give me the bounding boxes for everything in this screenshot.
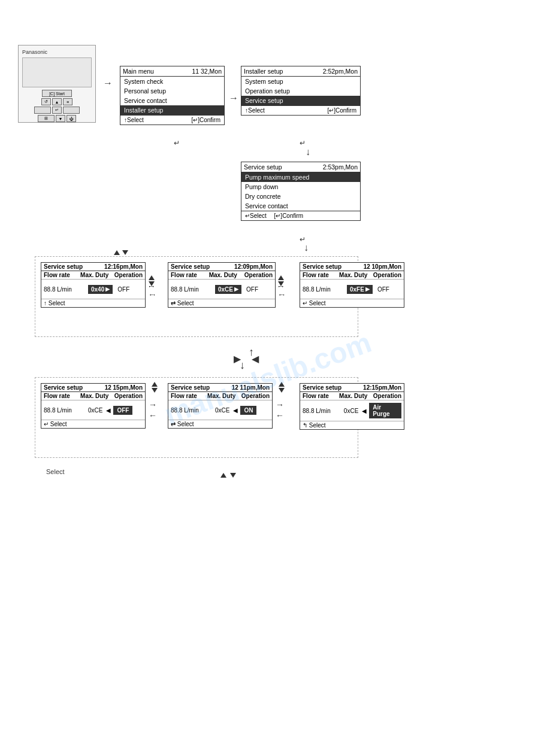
installer-menu-item-2[interactable]: Operation setup xyxy=(241,86,360,96)
tri-up-bm xyxy=(279,382,285,387)
select-label-bottom: Select xyxy=(46,468,65,475)
device-panel: Panasonic [C] Start ↺ ▲ ≡ ↵ ⊞ ▼ ⏻ xyxy=(18,45,96,123)
ssl-footer: ↑ Select xyxy=(44,300,65,306)
stm-time: 12:09pm,Mon xyxy=(234,263,273,270)
nav-arrows-bl xyxy=(152,382,158,393)
device-screen xyxy=(22,57,92,87)
nav-arrows-bm xyxy=(279,382,285,393)
sbl-title: Service setup xyxy=(44,384,83,391)
device-btn-right[interactable] xyxy=(63,107,80,114)
service-screen-top-left-footer: ↑ Select xyxy=(41,299,145,307)
ssl-time: 12:16pm,Mon xyxy=(104,263,143,270)
sbl-col3: Operation xyxy=(114,393,143,399)
service-menu-item-4[interactable]: Service contact xyxy=(241,201,360,211)
installer-menu-footer-confirm: [↵]Confirm xyxy=(327,107,356,114)
service-menu-header: Service setup 2:53pm,Mon xyxy=(241,162,360,172)
device-btn-power[interactable]: ⏻ xyxy=(67,115,76,122)
installer-menu-footer: ↑Select [↵]Confirm xyxy=(241,105,360,115)
dashed-left-arrows: ←··· xyxy=(149,291,153,298)
installer-menu-item-3-selected[interactable]: Service setup xyxy=(241,96,360,105)
sbl-op-badge: OFF xyxy=(113,406,132,415)
arrow-main-to-installer: → xyxy=(229,93,238,104)
str-time: 12 10pm,Mon xyxy=(364,263,401,270)
ssl-flow: 88.8 L/min xyxy=(44,286,86,293)
service-screen-top-left-header: Service setup 12:16pm,Mon xyxy=(41,263,145,271)
stm-hex: 0xCE ▶ xyxy=(215,285,241,294)
device-btn-c-start[interactable]: [C] Start xyxy=(42,90,72,97)
installer-menu-time: 2:52pm,Mon xyxy=(323,68,358,75)
tri-down-1 xyxy=(122,250,128,255)
main-menu-item-3[interactable]: Service contact xyxy=(120,96,224,105)
main-menu-title: Main menu xyxy=(123,68,154,75)
service-screen-bottom-left-footer: ↵ Select xyxy=(41,420,145,428)
sbm-col3: Operation xyxy=(241,393,270,399)
sbr-arrow-left-hex: ◀ xyxy=(362,408,367,414)
stm-title: Service setup xyxy=(171,263,210,270)
device-btn-menu[interactable]: ≡ xyxy=(63,98,72,105)
service-screen-top-middle: Service setup 12:09pm,Mon Flow rate Max.… xyxy=(168,262,276,308)
device-btn-enter[interactable]: ↵ xyxy=(52,107,62,114)
device-btn-up[interactable]: ▲ xyxy=(52,98,62,105)
device-btn-down[interactable]: ▼ xyxy=(56,115,65,122)
sbl-arrow-left-hex: ◀ xyxy=(106,407,111,414)
tri-up-tl xyxy=(149,275,155,280)
arrow-enter-installer: ↵ xyxy=(300,139,306,147)
service-screen-bottom-middle-footer: ⇄ Select xyxy=(168,420,272,428)
main-menu-item-1[interactable]: System check xyxy=(120,77,224,86)
service-screen-top-middle-values: 88.8 L/min 0xCE ▶ OFF xyxy=(168,280,275,299)
device-btn-left[interactable] xyxy=(34,107,51,114)
service-screen-top-left-cols: Flow rate Max. Duty Operation xyxy=(41,271,145,280)
main-menu-time: 11 32,Mon xyxy=(192,68,222,75)
service-screen-top-right-values: 88.8 L/min 0xFE ▶ OFF xyxy=(300,280,404,299)
tri-down-tm xyxy=(278,281,284,286)
right-arrow-br: → xyxy=(276,400,284,409)
arrow-down-big: ↓ xyxy=(240,359,245,372)
dashed-left-arrows-2: ←··· xyxy=(278,291,283,298)
main-menu-footer: ↑Select [↵]Confirm xyxy=(120,115,224,125)
service-screen-bottom-middle-header: Service setup 12 11pm,Mon xyxy=(168,384,272,392)
stm-col2: Max. Duty xyxy=(209,272,244,278)
sbm-time: 12 11pm,Mon xyxy=(232,384,270,391)
ssl-hex: 0x40 ▶ xyxy=(88,285,113,294)
sbr-col2: Max. Duty xyxy=(339,393,373,399)
main-menu-footer-select: ↑Select xyxy=(124,117,144,123)
service-menu-item-2[interactable]: Pump down xyxy=(241,182,360,192)
service-screen-top-left: Service setup 12:16pm,Mon Flow rate Max.… xyxy=(41,262,146,308)
nav-arrows-bottom xyxy=(220,473,236,478)
sbr-hex-plain: 0xCE xyxy=(344,408,358,414)
str-col2: Max. Duty xyxy=(339,272,373,278)
ssl-col2: Max. Duty xyxy=(80,272,114,278)
device-brand: Panasonic xyxy=(22,49,92,55)
main-menu-header: Main menu 11 32,Mon xyxy=(120,66,224,77)
sbl-col1: Flow rate xyxy=(44,393,80,399)
ssl-op: OFF xyxy=(117,286,129,293)
main-menu-item-2[interactable]: Personal setup xyxy=(120,86,224,96)
installer-menu-item-1[interactable]: System setup xyxy=(241,77,360,86)
arrow-down-to-screens: ↓ xyxy=(304,242,309,253)
tri-up-bl xyxy=(152,382,158,387)
service-menu-footer: ↵Select [↵]Confirm xyxy=(241,211,360,220)
service-screen-bottom-middle: Service setup 12 11pm,Mon Flow rate Max.… xyxy=(168,383,273,429)
installer-menu-footer-select: ↑Select xyxy=(245,107,265,114)
str-op: OFF xyxy=(377,286,389,293)
sbm-col2: Max. Duty xyxy=(207,393,241,399)
main-menu-item-4-selected[interactable]: Installer setup xyxy=(120,105,224,115)
arrow-up-big: ↑ xyxy=(249,346,254,359)
sbm-col1: Flow rate xyxy=(171,393,207,399)
sbr-footer: ↰ Select xyxy=(303,422,326,429)
service-menu-title: Service setup xyxy=(244,163,282,171)
device-btn-back[interactable]: ↺ xyxy=(41,98,51,105)
sbm-footer: ⇄ Select xyxy=(171,421,194,427)
service-menu-item-3[interactable]: Dry concrete xyxy=(241,192,360,201)
service-screen-top-right: Service setup 12 10pm,Mon Flow rate Max.… xyxy=(300,262,404,308)
device-btn-grid[interactable]: ⊞ xyxy=(38,115,55,122)
ssl-col3: Operation xyxy=(114,272,143,278)
sbm-arrow-left-hex: ◀ xyxy=(233,407,238,414)
main-menu-footer-confirm: [↵]Confirm xyxy=(191,117,220,123)
stm-col3: Operation xyxy=(244,272,273,278)
stm-col1: Flow rate xyxy=(171,272,209,278)
service-menu-screen: Service setup 2:53pm,Mon Pump maximum sp… xyxy=(241,162,361,221)
service-menu-item-1-selected[interactable]: Pump maximum speed xyxy=(241,172,360,182)
stm-op: OFF xyxy=(246,286,258,293)
arrow-down-to-service: ↓ xyxy=(306,147,310,157)
